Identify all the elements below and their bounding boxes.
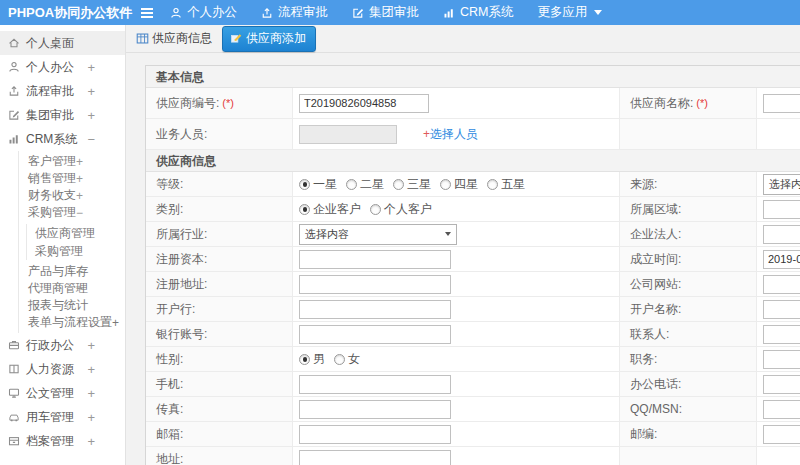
field-value [757,247,800,271]
sidebar-item-vehicle-mgmt[interactable]: 用车管理 + [0,405,125,429]
field-value [757,347,800,371]
radio-icon[interactable] [370,204,381,215]
radio-icon[interactable] [393,179,404,190]
zip-input[interactable] [763,425,800,444]
radio-option[interactable]: 个人客户 [370,201,432,218]
supplier-code-input[interactable] [299,94,429,113]
region-input[interactable] [763,200,800,219]
expand-toggle[interactable]: + [87,338,95,353]
sidebar-label: 采购管理 [35,243,83,260]
tab-supplier-add[interactable]: 供应商添加 [222,26,316,52]
nav-personal-office[interactable]: 个人办公 [170,4,237,21]
account-number-input[interactable] [299,325,451,344]
contact-input[interactable] [763,325,800,344]
sidebar-item-form-flow-settings[interactable]: 表单与流程设置 + [19,314,125,331]
office-phone-input[interactable] [763,375,800,394]
expand-toggle[interactable]: + [87,434,95,449]
sidebar-item-personal-office[interactable]: 个人办公 + [0,55,125,79]
bar-chart-icon [8,133,20,145]
address-input[interactable] [299,450,451,465]
field-value [293,422,620,446]
radio-icon[interactable] [440,179,451,190]
qq-msn-input[interactable] [763,400,800,419]
expand-toggle[interactable]: + [87,362,95,377]
fax-input[interactable] [299,400,451,419]
field-label: 供应商名称: (*) [620,88,757,118]
reg-address-input[interactable] [299,275,451,294]
website-input[interactable] [763,275,800,294]
radio-option[interactable]: 三星 [393,176,431,193]
source-select[interactable]: 选择内容 [763,174,800,195]
radio-icon[interactable] [346,179,357,190]
sidebar-item-finance[interactable]: 财务收支 + [19,187,125,204]
sidebar-item-product-inventory[interactable]: 产品与库存 + [19,263,125,280]
capital-input[interactable] [299,250,451,269]
expand-toggle[interactable]: + [76,172,83,186]
radio-option[interactable]: 女 [334,351,360,368]
nav-label: 个人办公 [187,4,237,21]
sidebar-item-supplier-mgmt[interactable]: 供应商管理 [27,224,125,242]
radio-icon[interactable] [487,179,498,190]
position-input[interactable] [763,350,800,369]
choose-staff-link[interactable]: +选择人员 [423,126,478,143]
nav-more-apps[interactable]: 更多应用 [537,4,602,21]
sidebar-item-agent-mgmt[interactable]: 代理商管理 + [19,280,125,297]
expand-toggle[interactable]: + [87,84,95,99]
radio-icon[interactable] [299,354,310,365]
founded-date-input[interactable] [763,250,800,269]
collapse-toggle[interactable]: − [76,206,83,220]
sidebar-item-customer-mgmt[interactable]: 客户管理 + [19,153,125,170]
sidebar-item-reports[interactable]: 报表与统计 [19,297,125,314]
expand-toggle[interactable]: + [112,316,119,330]
radio-icon[interactable] [334,354,345,365]
nav-process-approval[interactable]: 流程审批 [261,4,328,21]
radio-icon[interactable] [299,204,310,215]
sidebar-item-admin-office[interactable]: 行政办公 + [0,333,125,357]
radio-option[interactable]: 二星 [346,176,384,193]
industry-select[interactable]: 选择内容 [299,224,457,245]
sidebar-item-process-approval[interactable]: 流程审批 + [0,79,125,103]
hamburger-menu-icon[interactable] [140,7,154,19]
radio-option[interactable]: 四星 [440,176,478,193]
sidebar-item-hr[interactable]: 人力资源 + [0,357,125,381]
collapse-toggle[interactable]: − [87,132,95,147]
field-value [757,397,800,421]
legal-person-input[interactable] [763,225,800,244]
sidebar-item-archive-mgmt[interactable]: 档案管理 + [0,429,125,453]
sidebar-item-personal-desktop[interactable]: 个人桌面 [0,31,125,55]
expand-toggle[interactable]: + [87,410,95,425]
supplier-name-input[interactable] [763,94,800,113]
nav-crm[interactable]: CRM系统 [443,4,513,21]
expand-toggle[interactable]: + [76,155,83,169]
form-row: 注册资本: 成立时间: [146,247,800,272]
sidebar-item-crm[interactable]: CRM系统 − [0,127,125,151]
tab-supplier-info[interactable]: 供应商信息 [136,30,212,47]
sidebar-label: 个人桌面 [26,35,74,52]
sidebar-item-purchase-mgmt[interactable]: 采购管理 − [19,204,125,221]
expand-toggle[interactable]: + [76,282,83,296]
sidebar-item-group-approval[interactable]: 集团审批 + [0,103,125,127]
expand-toggle[interactable]: + [87,108,95,123]
field-label: 性别: [146,347,293,371]
book-icon [8,363,20,375]
sidebar-item-purchase-mgmt-sub[interactable]: 采购管理 [27,242,125,260]
expand-toggle[interactable]: + [87,386,95,401]
sidebar-item-sales-mgmt[interactable]: 销售管理 + [19,170,125,187]
radio-icon[interactable] [299,179,310,190]
account-name-input[interactable] [763,300,800,319]
field-label: 等级: [146,172,293,196]
sidebar-item-document-mgmt[interactable]: 公文管理 + [0,381,125,405]
radio-option[interactable]: 一星 [299,176,337,193]
section-basic-info: 基本信息 供应商编号: (*) 供应商名称: (*) [146,66,800,150]
expand-toggle[interactable]: + [76,265,83,279]
radio-option[interactable]: 五星 [487,176,525,193]
field-value: 选择内容 [293,222,620,246]
nav-group-approval[interactable]: 集团审批 [352,4,419,21]
mobile-input[interactable] [299,375,451,394]
email-input[interactable] [299,425,451,444]
expand-toggle[interactable]: + [76,189,83,203]
expand-toggle[interactable]: + [87,60,95,75]
radio-option[interactable]: 男 [299,351,325,368]
radio-option[interactable]: 企业客户 [299,201,361,218]
bank-input[interactable] [299,300,451,319]
